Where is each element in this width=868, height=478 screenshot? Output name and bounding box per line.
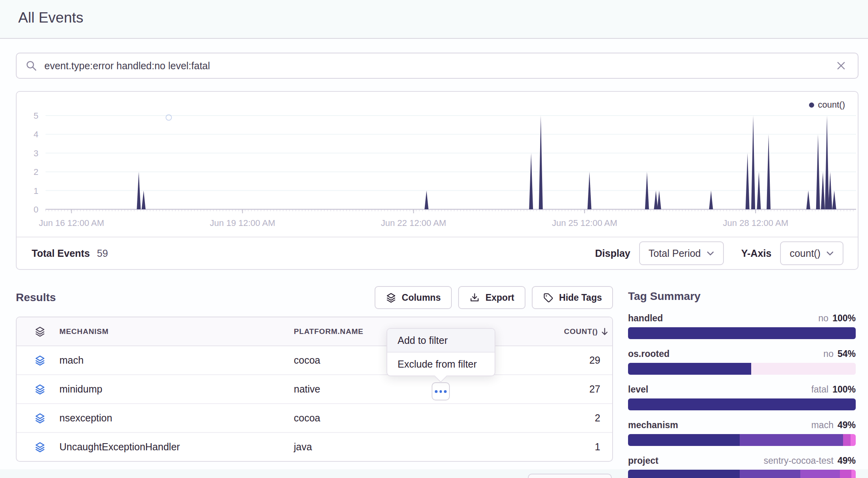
mechanism-cell[interactable]: UncaughtExceptionHandler (59, 441, 294, 453)
tag-icon (543, 292, 554, 303)
svg-text:1: 1 (34, 186, 38, 196)
chart-controls: Display Total Period Y-Axis count() (595, 241, 843, 265)
layers-icon (34, 355, 59, 366)
tag-distribution-bar[interactable] (628, 327, 856, 339)
total-events: Total Events 59 (32, 248, 108, 259)
tag-item-project[interactable]: project sentry-cocoa-test 49% (628, 455, 856, 478)
svg-text:0: 0 (34, 205, 38, 214)
tag-top-value: fatal (811, 384, 828, 395)
events-chart-panel: count() 012345Jun 16 12:00 AMJun 19 12:0… (16, 91, 858, 270)
count-cell[interactable]: 29 (589, 355, 612, 366)
hide-tags-button[interactable]: Hide Tags (532, 286, 613, 309)
ellipsis-icon (444, 390, 447, 393)
mechanism-cell[interactable]: minidump (59, 383, 294, 395)
layers-icon (34, 442, 59, 453)
tag-top-value: no (819, 313, 829, 324)
tag-key: mechanism (628, 420, 678, 431)
mechanism-cell[interactable]: mach (59, 355, 294, 366)
hide-tags-button-label: Hide Tags (559, 292, 602, 303)
pagination-control[interactable] (528, 474, 612, 478)
tag-key: project (628, 455, 659, 466)
chart-footer: Total Events 59 Display Total Period Y-A… (17, 237, 858, 269)
table-row[interactable]: UncaughtExceptionHandler java 1 (17, 433, 612, 461)
page-title: All Events (18, 9, 84, 26)
column-header-count[interactable]: COUNT() (564, 327, 612, 336)
sort-desc-icon (600, 327, 609, 336)
tag-key: level (628, 384, 648, 395)
svg-text:Jun 16 12:00 AM: Jun 16 12:00 AM (39, 218, 104, 228)
count-cell[interactable]: 27 (589, 383, 612, 395)
legend-dot-icon (809, 102, 814, 108)
tag-item-mechanism[interactable]: mechanism mach 49% (628, 420, 856, 446)
svg-text:4: 4 (34, 129, 38, 139)
platform-cell[interactable]: native (294, 383, 493, 395)
tag-top-value: mach (811, 420, 834, 431)
tag-summary-title: Tag Summary (628, 290, 856, 303)
display-dropdown-value: Total Period (649, 248, 701, 259)
tag-percent: 100% (832, 313, 856, 324)
tag-percent: 54% (838, 349, 856, 359)
results-actions: Columns Export Hide Tags (375, 286, 613, 309)
tag-percent: 100% (832, 384, 856, 395)
platform-cell[interactable]: java (294, 441, 493, 453)
mechanism-cell[interactable]: nsexception (59, 412, 294, 424)
tag-item-handled[interactable]: handled no 100% (628, 313, 856, 339)
table-row[interactable]: nsexception cocoa 2 (17, 404, 612, 433)
count-cell[interactable]: 2 (595, 412, 612, 424)
chevron-down-icon (826, 250, 834, 256)
tag-distribution-bar[interactable] (628, 470, 856, 478)
svg-text:5: 5 (34, 111, 38, 121)
yaxis-dropdown[interactable]: count() (780, 241, 843, 265)
export-button-label: Export (485, 292, 514, 303)
results-title: Results (16, 291, 56, 304)
columns-button[interactable]: Columns (375, 286, 452, 309)
tag-percent: 49% (838, 420, 856, 431)
svg-text:2: 2 (34, 167, 38, 177)
cell-actions-button[interactable] (432, 382, 450, 400)
results-section: Results Columns Export (16, 286, 613, 462)
yaxis-dropdown-value: count() (790, 248, 820, 259)
tag-distribution-bar[interactable] (628, 434, 856, 446)
tag-key: handled (628, 313, 663, 324)
svg-text:Jun 19 12:00 AM: Jun 19 12:00 AM (210, 218, 275, 228)
svg-text:Jun 25 12:00 AM: Jun 25 12:00 AM (552, 218, 617, 228)
page-header: All Events (0, 0, 868, 39)
tag-item-os-rooted[interactable]: os.rooted no 54% (628, 349, 856, 375)
search-bar[interactable] (16, 53, 858, 79)
display-label: Display (595, 248, 630, 259)
menu-item-add-to-filter[interactable]: Add to filter (387, 329, 495, 353)
results-header: Results Columns Export (16, 286, 613, 309)
tag-distribution-bar[interactable] (628, 398, 856, 410)
layers-icon (386, 292, 396, 303)
table-row[interactable]: mach cocoa 29 (17, 346, 612, 375)
chevron-down-icon (706, 250, 714, 256)
chart-legend[interactable]: count() (809, 100, 845, 110)
tag-top-value: sentry-cocoa-test (764, 455, 834, 466)
search-input[interactable] (44, 60, 832, 72)
table-row[interactable]: minidump native 27 (17, 375, 612, 404)
ellipsis-icon (440, 390, 442, 393)
svg-text:Jun 22 12:00 AM: Jun 22 12:00 AM (381, 218, 446, 228)
search-icon (25, 60, 37, 72)
svg-text:3: 3 (34, 148, 38, 158)
ellipsis-icon (435, 390, 438, 393)
column-header-mechanism[interactable]: MECHANISM (59, 327, 294, 336)
tag-key: os.rooted (628, 349, 670, 359)
display-dropdown[interactable]: Total Period (639, 241, 724, 265)
clear-search-icon[interactable] (832, 57, 850, 74)
export-button[interactable]: Export (458, 286, 525, 309)
total-events-value: 59 (97, 248, 108, 259)
platform-cell[interactable]: cocoa (294, 412, 493, 424)
table-header-row: MECHANISM PLATFORM.NAME COUNT() (17, 317, 612, 346)
svg-text:Jun 28 12:00 AM: Jun 28 12:00 AM (723, 218, 788, 228)
tag-item-level[interactable]: level fatal 100% (628, 384, 856, 410)
events-spike-chart[interactable]: 012345Jun 16 12:00 AMJun 19 12:00 AMJun … (17, 104, 858, 230)
layers-icon[interactable] (34, 326, 59, 337)
all-events-page: All Events count() 012345Jun 16 12:00 AM… (0, 0, 868, 478)
tag-percent: 49% (838, 455, 856, 466)
tag-summary: Tag Summary handled no 100% os.rooted no… (628, 290, 856, 478)
total-events-label: Total Events (32, 248, 90, 259)
count-cell[interactable]: 1 (595, 441, 612, 453)
results-table: MECHANISM PLATFORM.NAME COUNT() mach coc… (16, 317, 613, 462)
tag-distribution-bar[interactable] (628, 363, 856, 375)
